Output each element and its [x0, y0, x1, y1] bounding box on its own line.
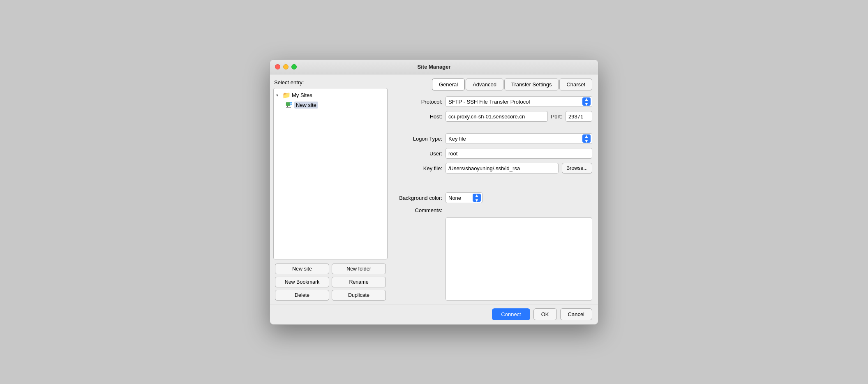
host-input[interactable]: [446, 111, 548, 122]
site-icon: [285, 101, 293, 109]
ok-button[interactable]: OK: [533, 308, 557, 320]
spacer1: [397, 126, 592, 129]
bg-color-row: Background color: None ▲ ▼: [397, 192, 592, 203]
svg-rect-0: [286, 102, 290, 106]
right-panel: General Advanced Transfer Settings Chars…: [391, 74, 598, 305]
form-section: Protocol: SFTP - SSH File Transfer Proto…: [397, 96, 592, 301]
maximize-button[interactable]: [291, 64, 297, 69]
svg-rect-2: [286, 107, 291, 108]
action-buttons: New site New folder New Bookmark Rename …: [273, 259, 388, 305]
chevron-down-icon: ▾: [276, 93, 282, 97]
tree-item-my-sites[interactable]: ▾ 📁 My Sites: [274, 90, 387, 100]
key-file-input[interactable]: [446, 163, 559, 173]
tree-area: ▾ 📁 My Sites: [273, 88, 388, 259]
port-input[interactable]: [566, 111, 592, 122]
tab-transfer-settings[interactable]: Transfer Settings: [504, 79, 559, 90]
comments-label: Comments:: [397, 207, 442, 213]
key-file-row: Key file: Browse...: [397, 163, 592, 173]
comments-label-row: Comments:: [397, 207, 592, 213]
bg-color-select-wrapper: None ▲ ▼: [446, 192, 482, 203]
protocol-label: Protocol:: [397, 99, 442, 105]
tree-item-new-site[interactable]: New site: [274, 100, 387, 110]
folder-icon: 📁: [283, 91, 290, 99]
window-controls: [275, 64, 297, 69]
tab-charset[interactable]: Charset: [559, 79, 592, 90]
tab-advanced[interactable]: Advanced: [466, 79, 503, 90]
spacer2: [397, 178, 592, 181]
window-title: Site Manager: [418, 64, 451, 70]
tab-general[interactable]: General: [432, 79, 465, 90]
titlebar: Site Manager: [270, 60, 598, 74]
svg-rect-1: [287, 106, 288, 107]
delete-button[interactable]: Delete: [275, 290, 329, 301]
logon-type-select[interactable]: Key file: [446, 133, 592, 144]
logon-type-label: Logon Type:: [397, 136, 442, 142]
bottom-bar: Connect OK Cancel: [270, 305, 598, 324]
connect-button[interactable]: Connect: [492, 308, 530, 320]
tree-root-label: My Sites: [292, 92, 312, 98]
new-folder-button[interactable]: New folder: [332, 264, 386, 274]
duplicate-button[interactable]: Duplicate: [332, 290, 386, 301]
cancel-button[interactable]: Cancel: [560, 308, 592, 320]
bg-color-select[interactable]: None: [446, 192, 482, 203]
user-input[interactable]: [446, 148, 592, 159]
new-site-label: New site: [294, 102, 318, 109]
bg-color-label: Background color:: [397, 195, 442, 201]
new-bookmark-button[interactable]: New Bookmark: [275, 277, 329, 287]
logon-type-row: Logon Type: Key file ▲ ▼: [397, 133, 592, 144]
comments-textarea[interactable]: [446, 217, 592, 301]
logon-type-select-wrapper: Key file ▲ ▼: [446, 133, 592, 144]
host-label: Host:: [397, 113, 442, 120]
spacer3: [397, 185, 592, 188]
user-row: User:: [397, 148, 592, 159]
new-site-button[interactable]: New site: [275, 264, 329, 274]
left-panel: Select entry: ▾ 📁 My Sites: [270, 74, 391, 305]
site-manager-window: Site Manager Select entry: ▾ 📁 My Sites: [270, 59, 598, 325]
browse-button[interactable]: Browse...: [562, 163, 592, 173]
content-area: Select entry: ▾ 📁 My Sites: [270, 74, 598, 305]
svg-rect-5: [291, 103, 292, 104]
minimize-button[interactable]: [283, 64, 289, 69]
key-file-label: Key file:: [397, 165, 442, 171]
protocol-select[interactable]: SFTP - SSH File Transfer Protocol: [446, 96, 592, 107]
close-button[interactable]: [275, 64, 280, 69]
protocol-row: Protocol: SFTP - SSH File Transfer Proto…: [397, 96, 592, 107]
tabs-row: General Advanced Transfer Settings Chars…: [397, 79, 592, 90]
select-entry-label: Select entry:: [273, 78, 388, 88]
protocol-select-wrapper: SFTP - SSH File Transfer Protocol ▲ ▼: [446, 96, 592, 107]
user-label: User:: [397, 150, 442, 157]
rename-button[interactable]: Rename: [332, 277, 386, 287]
host-row: Host: Port:: [397, 111, 592, 122]
port-label: Port:: [551, 113, 562, 120]
